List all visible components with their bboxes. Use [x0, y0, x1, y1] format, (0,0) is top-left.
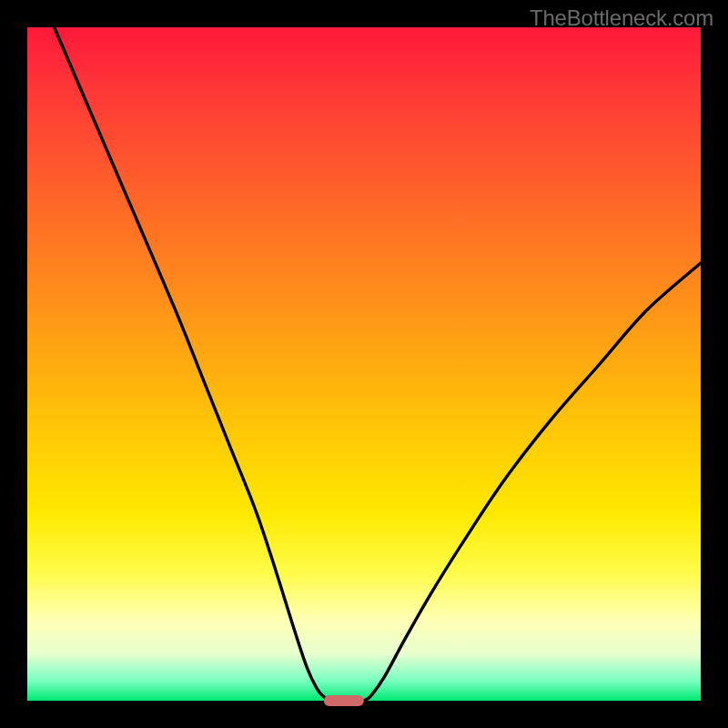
- curve-layer: [27, 27, 701, 701]
- right-curve: [364, 263, 701, 701]
- attribution-text: TheBottleneck.com: [530, 5, 713, 31]
- left-curve: [55, 27, 329, 701]
- plot-area: [27, 27, 701, 701]
- chart-frame: TheBottleneck.com: [0, 0, 728, 728]
- bottom-marker: [324, 695, 364, 706]
